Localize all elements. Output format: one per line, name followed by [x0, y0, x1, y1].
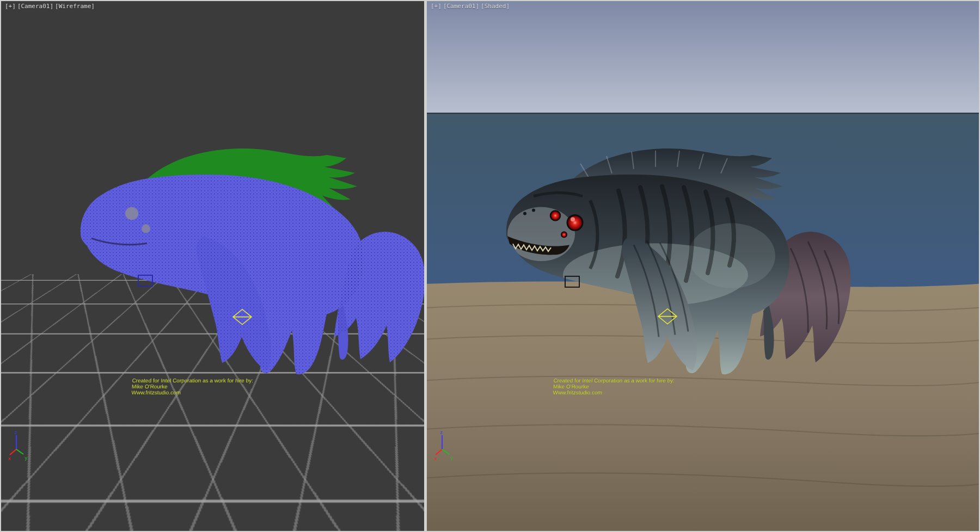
- viewport-general-menu[interactable]: [+]: [431, 3, 442, 10]
- axis-z-label: z: [440, 430, 443, 435]
- axis-y-line: [442, 449, 449, 454]
- world-axis-tripod: z x y: [8, 430, 29, 461]
- watermark-line: Mike O'Rourke: [132, 383, 253, 389]
- axis-z-label: z: [14, 430, 17, 435]
- scene-watermark: Created for Intel Corporation as a work …: [131, 378, 253, 395]
- watermark-line: Created for Intel Corporation as a work …: [132, 378, 253, 383]
- scene-watermark: Created for Intel Corporation as a work …: [553, 378, 675, 395]
- fish-eye: [550, 211, 560, 220]
- axis-y-line: [16, 449, 23, 454]
- watermark-line: Created for Intel Corporation as a work …: [553, 378, 675, 383]
- watermark-line: Mike O'Rourke: [553, 383, 675, 389]
- axis-x-label: x: [434, 456, 437, 461]
- wireframe-scene: [1, 1, 424, 531]
- eye-highlight: [571, 217, 575, 221]
- axis-y-label: y: [24, 455, 28, 461]
- viewport-shading-menu[interactable]: [Shaded]: [481, 3, 510, 10]
- viewport-pov-menu[interactable]: [Camera01]: [17, 3, 53, 10]
- sky-gradient: [427, 1, 979, 114]
- axis-x-line: [10, 449, 16, 455]
- axis-x-line: [436, 449, 442, 455]
- viewport-canvas: [+] [Camera01] [Wireframe] Created for I…: [0, 0, 980, 532]
- watermark-line: Www.fritzstudio.com: [131, 389, 253, 395]
- world-axis-tripod: z x y: [433, 430, 455, 461]
- viewport-shaded[interactable]: [+] [Camera01] [Shaded]: [427, 1, 979, 531]
- axis-y-label: y: [450, 455, 454, 461]
- viewport-label: [+] [Camera01] [Shaded]: [431, 3, 510, 10]
- fish-eye-spot: [142, 224, 150, 233]
- viewport-wireframe[interactable]: [+] [Camera01] [Wireframe] Created for I…: [1, 1, 424, 531]
- viewport-pov-menu[interactable]: [Camera01]: [443, 3, 479, 10]
- viewport-shading-menu[interactable]: [Wireframe]: [55, 3, 95, 10]
- viewport-general-menu[interactable]: [+]: [5, 3, 16, 10]
- fish-eye: [567, 215, 583, 230]
- viewport-label: [+] [Camera01] [Wireframe]: [5, 3, 95, 10]
- shaded-scene: [427, 1, 979, 531]
- fish-eye-spot: [125, 207, 138, 220]
- axis-x-label: x: [8, 456, 11, 461]
- fish-eye: [561, 232, 567, 237]
- watermark-line: Www.fritzstudio.com: [553, 389, 674, 395]
